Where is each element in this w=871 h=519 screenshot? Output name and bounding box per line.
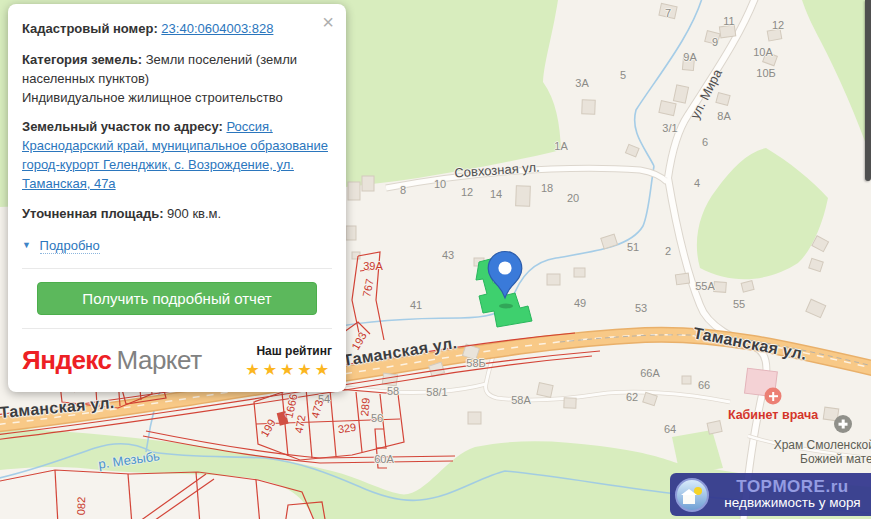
rating-label: Наш рейтинг bbox=[256, 343, 332, 360]
cadastral-number-link[interactable]: 23:40:0604003:828 bbox=[161, 21, 273, 36]
logo-part-market: Маркет bbox=[117, 345, 202, 375]
details-toggle-row: ▼ Подробно bbox=[22, 237, 332, 256]
watermark-subtitle: недвижимость у моря bbox=[724, 496, 860, 511]
divider bbox=[22, 328, 332, 329]
watermark-text: TOPMORE.ru недвижимость у моря bbox=[714, 478, 871, 512]
footer-row: ЯндексМаркет Наш рейтинг ★★★★★ bbox=[22, 342, 332, 380]
map-screenshot: Таманская ул.Таманская ул.Таманская ул. … bbox=[0, 0, 871, 519]
card-title: Кадастровый номер: 23:40:0604003:828 bbox=[22, 20, 332, 39]
category-paragraph: Категория земель: Земли поселений (земли… bbox=[22, 51, 332, 108]
get-report-button[interactable]: Получить подробный отчет bbox=[37, 282, 317, 315]
doctor-poi-label[interactable]: Кабинет врача bbox=[728, 408, 818, 422]
address-paragraph: Земельный участок по адресу: Россия, Кра… bbox=[22, 118, 332, 193]
topmore-watermark: TOPMORE.ru недвижимость у моря bbox=[670, 473, 871, 516]
area-label: Уточненная площадь: bbox=[22, 206, 163, 221]
house-icon bbox=[683, 495, 695, 504]
divider bbox=[22, 268, 332, 269]
area-paragraph: Уточненная площадь: 900 кв.м. bbox=[22, 205, 332, 224]
watermark-title: TOPMORE.ru bbox=[736, 478, 848, 497]
parcel-info-card: × Кадастровый номер: 23:40:0604003:828 К… bbox=[8, 4, 346, 392]
church-poi-label[interactable]: Храм Смоленской иконы Божией матери bbox=[768, 438, 871, 467]
yandex-market-logo: ЯндексМаркет bbox=[22, 342, 202, 380]
church-cross-icon[interactable] bbox=[834, 415, 852, 433]
topmore-logo-icon bbox=[675, 478, 709, 512]
logo-part-yandex: Яндекс bbox=[22, 345, 112, 375]
rating-stars: ★★★★★ bbox=[245, 360, 332, 379]
close-icon[interactable]: × bbox=[322, 12, 334, 32]
rating-block: Наш рейтинг ★★★★★ bbox=[245, 343, 332, 380]
address-label: Земельный участок по адресу: bbox=[22, 119, 223, 134]
area-value: 900 кв.м. bbox=[167, 206, 221, 221]
chevron-down-icon: ▼ bbox=[22, 240, 31, 250]
details-toggle-link[interactable]: Подробно bbox=[40, 238, 100, 254]
cadastral-number-label: Кадастровый номер: bbox=[22, 21, 158, 36]
category-line2: Индивидуальное жилищное строительство bbox=[22, 90, 283, 105]
medical-cross-icon[interactable] bbox=[765, 388, 782, 405]
scrollbar-thumb[interactable] bbox=[865, 0, 871, 181]
category-label: Категория земель: bbox=[22, 52, 142, 67]
